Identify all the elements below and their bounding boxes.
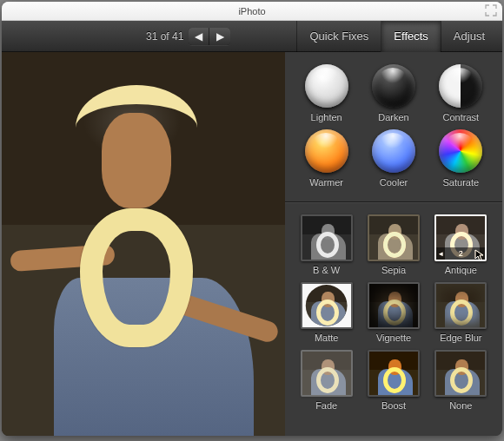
chevron-right-icon: ▶ bbox=[216, 30, 224, 43]
effect-sepia[interactable]: Sepia bbox=[362, 214, 424, 275]
titlebar: iPhoto bbox=[2, 2, 502, 21]
darken-icon bbox=[372, 64, 415, 108]
effect-vignette[interactable]: Vignette bbox=[362, 282, 424, 343]
stepper-decrease-button[interactable]: ◂ bbox=[439, 249, 443, 258]
effect-label: Matte bbox=[315, 332, 339, 343]
orb-saturate[interactable]: Saturate bbox=[430, 129, 492, 188]
effect-thumb bbox=[434, 282, 487, 329]
tab-label: Adjust bbox=[454, 30, 485, 43]
effect-edgeblur[interactable]: Edge Blur bbox=[430, 282, 492, 343]
tab-adjust[interactable]: Adjust bbox=[441, 21, 497, 52]
tab-label: Quick Fixes bbox=[309, 30, 368, 43]
effect-label: Boost bbox=[381, 400, 406, 411]
effect-none[interactable]: None bbox=[430, 350, 492, 411]
chevron-left-icon: ◀ bbox=[195, 30, 202, 43]
app-window: iPhoto 31 of 41 ◀ ▶ Quick FixesEffectsAd… bbox=[2, 2, 502, 436]
effect-antique[interactable]: ◂2▸Antique bbox=[430, 214, 492, 275]
adjust-orbs-grid: LightenDarkenContrastWarmerCoolerSaturat… bbox=[295, 64, 492, 188]
effect-thumb bbox=[301, 350, 353, 397]
content: LightenDarkenContrastWarmerCoolerSaturat… bbox=[2, 52, 502, 436]
tab-effects[interactable]: Effects bbox=[381, 21, 441, 52]
effect-thumb: ◂2▸ bbox=[434, 214, 487, 261]
orb-cooler[interactable]: Cooler bbox=[362, 129, 424, 188]
photo-viewport[interactable] bbox=[2, 52, 285, 436]
effect-label: None bbox=[449, 400, 472, 411]
app-title: iPhoto bbox=[238, 6, 265, 16]
orb-label: Warmer bbox=[309, 177, 343, 188]
effect-label: Edge Blur bbox=[440, 332, 481, 343]
panel-divider bbox=[285, 201, 502, 202]
orb-label: Cooler bbox=[380, 177, 408, 188]
effect-thumbs-grid: B & WSepia◂2▸AntiqueMatteVignetteEdge Bl… bbox=[295, 214, 492, 411]
effect-thumb bbox=[368, 214, 420, 261]
effect-label: Vignette bbox=[376, 332, 411, 343]
orb-label: Saturate bbox=[443, 177, 480, 188]
effect-bw[interactable]: B & W bbox=[295, 214, 357, 275]
edit-tabs: Quick FixesEffectsAdjust bbox=[296, 21, 497, 52]
tab-quickfixes[interactable]: Quick Fixes bbox=[296, 21, 381, 52]
nav-buttons: ◀ ▶ bbox=[189, 28, 230, 45]
effect-thumb bbox=[301, 282, 353, 329]
effect-thumb bbox=[368, 282, 420, 329]
orb-darken[interactable]: Darken bbox=[362, 64, 424, 122]
effect-label: Fade bbox=[315, 400, 337, 411]
prev-photo-button[interactable]: ◀ bbox=[189, 28, 209, 45]
effect-label: B & W bbox=[313, 265, 340, 275]
cursor-icon bbox=[474, 249, 487, 261]
photo-counter: 31 of 41 bbox=[146, 30, 183, 43]
saturate-icon bbox=[439, 129, 482, 173]
effect-matte[interactable]: Matte bbox=[295, 282, 357, 343]
orb-warmer[interactable]: Warmer bbox=[295, 129, 357, 188]
toolbar: 31 of 41 ◀ ▶ Quick FixesEffectsAdjust bbox=[2, 21, 502, 52]
orb-label: Darken bbox=[378, 112, 408, 122]
effect-thumb bbox=[368, 350, 420, 397]
effect-thumb bbox=[301, 214, 353, 261]
next-photo-button[interactable]: ▶ bbox=[209, 28, 230, 45]
effect-thumb bbox=[434, 350, 487, 397]
effect-label: Antique bbox=[445, 265, 477, 275]
effects-panel: LightenDarkenContrastWarmerCoolerSaturat… bbox=[285, 52, 502, 436]
lighten-icon bbox=[305, 64, 348, 108]
tab-label: Effects bbox=[394, 30, 428, 43]
warmer-icon bbox=[305, 129, 348, 173]
fullscreen-icon[interactable] bbox=[485, 4, 497, 18]
contrast-icon bbox=[439, 64, 482, 108]
effect-label: Sepia bbox=[381, 265, 406, 275]
orb-label: Contrast bbox=[443, 112, 480, 122]
effect-fade[interactable]: Fade bbox=[295, 350, 357, 411]
orb-lighten[interactable]: Lighten bbox=[295, 64, 357, 122]
effect-boost[interactable]: Boost bbox=[362, 350, 424, 411]
cooler-icon bbox=[372, 129, 415, 173]
stepper-value: 2 bbox=[459, 249, 463, 258]
orb-label: Lighten bbox=[311, 112, 342, 122]
orb-contrast[interactable]: Contrast bbox=[430, 64, 492, 122]
